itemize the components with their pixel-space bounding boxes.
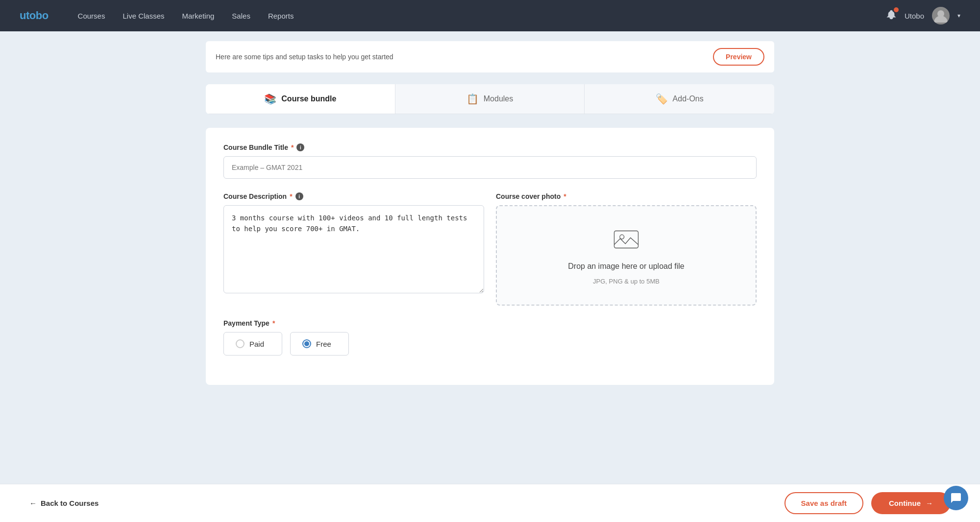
tab-modules[interactable]: 📋 Modules <box>395 84 585 114</box>
chat-bubble[interactable] <box>944 486 968 510</box>
radio-free[interactable]: Free <box>290 332 349 356</box>
upload-icon <box>612 226 640 255</box>
user-menu-chevron[interactable]: ▾ <box>957 12 960 19</box>
payment-label: Payment Type * <box>223 319 757 327</box>
nav-live-classes[interactable]: Live Classes <box>122 12 164 20</box>
back-arrow-icon: ← <box>29 499 37 507</box>
course-bundle-icon: 📚 <box>264 93 276 105</box>
save-draft-button[interactable]: Save as draft <box>784 492 863 514</box>
navbar: utobo Courses Live Classes Marketing Sal… <box>0 0 980 31</box>
tip-text: Here are some tips and setup tasks to he… <box>216 53 393 61</box>
form-area: Course Bundle Title * i Course Descripti… <box>206 128 774 385</box>
back-to-courses-link[interactable]: ← Back to Courses <box>29 499 98 507</box>
payment-type-field-group: Payment Type * Paid Free <box>223 319 757 356</box>
nav-sales[interactable]: Sales <box>232 12 250 20</box>
upload-main-text: Drop an image here or upload file <box>568 262 684 271</box>
title-input[interactable] <box>223 156 757 179</box>
nav-reports[interactable]: Reports <box>268 12 294 20</box>
description-label: Course Description * i <box>223 192 484 200</box>
add-ons-icon: 🏷️ <box>656 93 668 105</box>
title-info-icon[interactable]: i <box>296 143 304 151</box>
notification-badge <box>894 7 899 12</box>
upload-sub-text: JPG, PNG & up to 5MB <box>593 278 660 285</box>
tab-add-ons-label: Add-Ons <box>673 95 704 103</box>
description-textarea[interactable]: 3 months course with 100+ videos and 10 … <box>223 205 484 293</box>
title-field-group: Course Bundle Title * i <box>223 143 757 179</box>
title-label: Course Bundle Title * i <box>223 143 757 151</box>
tabs: 📚 Course bundle 📋 Modules 🏷️ Add-Ons <box>206 84 774 114</box>
avatar[interactable] <box>932 7 950 24</box>
tab-course-bundle-label: Course bundle <box>281 95 336 103</box>
user-name-label: Utobo <box>905 12 924 20</box>
logo[interactable]: utobo <box>20 9 49 22</box>
two-col-section: Course Description * i 3 months course w… <box>223 192 757 319</box>
nav-links: Courses Live Classes Marketing Sales Rep… <box>78 12 886 20</box>
continue-button[interactable]: Continue → <box>871 492 951 514</box>
tip-bar: Here are some tips and setup tasks to he… <box>206 41 774 72</box>
modules-icon: 📋 <box>466 93 479 105</box>
tab-add-ons[interactable]: 🏷️ Add-Ons <box>585 84 774 114</box>
bottom-bar: ← Back to Courses Save as draft Continue… <box>0 484 980 522</box>
radio-paid[interactable]: Paid <box>223 332 282 356</box>
description-field-group: Course Description * i 3 months course w… <box>223 192 484 306</box>
cover-photo-label: Course cover photo * <box>496 192 757 200</box>
cover-photo-field-group: Course cover photo * Drop an image here … <box>496 192 757 306</box>
cover-required: * <box>564 192 566 200</box>
radio-group: Paid Free <box>223 332 757 356</box>
nav-courses[interactable]: Courses <box>78 12 105 20</box>
bottom-actions: Save as draft Continue → <box>784 492 951 514</box>
title-required: * <box>291 143 294 151</box>
description-info-icon[interactable]: i <box>295 192 303 200</box>
notification-icon[interactable] <box>886 9 897 22</box>
radio-paid-circle <box>236 339 245 348</box>
nav-marketing[interactable]: Marketing <box>182 12 215 20</box>
navbar-right: Utobo ▾ <box>886 7 960 24</box>
tab-modules-label: Modules <box>484 95 513 103</box>
desc-required: * <box>290 192 292 200</box>
preview-button[interactable]: Preview <box>713 48 764 66</box>
page: Here are some tips and setup tasks to he… <box>0 0 980 424</box>
upload-area[interactable]: Drop an image here or upload file JPG, P… <box>496 205 757 306</box>
radio-free-circle <box>302 339 311 348</box>
tab-course-bundle[interactable]: 📚 Course bundle <box>206 84 395 114</box>
tabs-container: 📚 Course bundle 📋 Modules 🏷️ Add-Ons <box>206 84 774 114</box>
svg-rect-1 <box>614 231 638 248</box>
payment-required: * <box>272 319 275 327</box>
continue-arrow-icon: → <box>926 499 933 507</box>
